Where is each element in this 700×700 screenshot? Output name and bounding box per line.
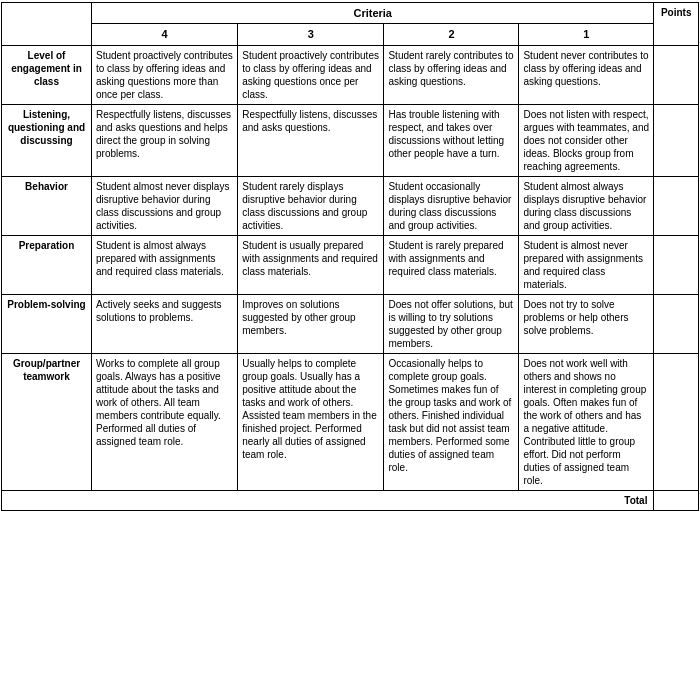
row-label: Group/partner teamwork [2,353,92,490]
row-cell-c4: Student almost never displays disruptive… [91,176,237,235]
table-row: Problem-solvingActively seeks and sugges… [2,294,699,353]
row-cell-c3: Respectfully listens, discusses and asks… [238,104,384,176]
row-cell-c1: Does not listen with respect, argues wit… [519,104,654,176]
row-label: Preparation [2,235,92,294]
total-points-cell [654,490,699,510]
row-cell-c1: Student is almost never prepared with as… [519,235,654,294]
row-cell-c3: Usually helps to complete group goals. U… [238,353,384,490]
row-cell-c4: Student is almost always prepared with a… [91,235,237,294]
row-cell-c2: Student rarely contributes to class by o… [384,45,519,104]
row-points [654,353,699,490]
row-cell-c4: Actively seeks and suggests solutions to… [91,294,237,353]
col-header-1: 1 [519,24,654,45]
table-row: Level of engagement in classStudent proa… [2,45,699,104]
row-cell-c1: Does not work well with others and shows… [519,353,654,490]
row-label: Problem-solving [2,294,92,353]
row-label: Listening, questioning and discussing [2,104,92,176]
table-row: Listening, questioning and discussingRes… [2,104,699,176]
points-header: Points [654,3,699,46]
col-header-2: 2 [384,24,519,45]
row-points [654,294,699,353]
row-cell-c1: Does not try to solve problems or help o… [519,294,654,353]
row-cell-c4: Respectfully listens, discusses and asks… [91,104,237,176]
row-cell-c3: Student proactively contributes to class… [238,45,384,104]
row-cell-c1: Student never contributes to class by of… [519,45,654,104]
row-label: Level of engagement in class [2,45,92,104]
table-row: Group/partner teamworkWorks to complete … [2,353,699,490]
row-label: Behavior [2,176,92,235]
row-cell-c4: Works to complete all group goals. Alway… [91,353,237,490]
total-row: Total [2,490,699,510]
row-cell-c3: Improves on solutions suggested by other… [238,294,384,353]
total-label: Total [2,490,654,510]
row-cell-c2: Student occasionally displays disruptive… [384,176,519,235]
row-cell-c4: Student proactively contributes to class… [91,45,237,104]
row-cell-c2: Has trouble listening with respect, and … [384,104,519,176]
row-cell-c2: Does not offer solutions, but is willing… [384,294,519,353]
criteria-header: Criteria [91,3,653,24]
row-cell-c3: Student rarely displays disruptive behav… [238,176,384,235]
row-points [654,45,699,104]
row-cell-c2: Occasionally helps to complete group goa… [384,353,519,490]
row-cell-c2: Student is rarely prepared with assignme… [384,235,519,294]
table-row: PreparationStudent is almost always prep… [2,235,699,294]
row-points [654,104,699,176]
col-header-4: 4 [91,24,237,45]
rubric-table: Criteria Points 4 3 2 1 Level of engagem… [1,2,699,511]
row-points [654,235,699,294]
row-points [654,176,699,235]
col-header-3: 3 [238,24,384,45]
row-cell-c1: Student almost always displays disruptiv… [519,176,654,235]
table-row: BehaviorStudent almost never displays di… [2,176,699,235]
row-cell-c3: Student is usually prepared with assignm… [238,235,384,294]
